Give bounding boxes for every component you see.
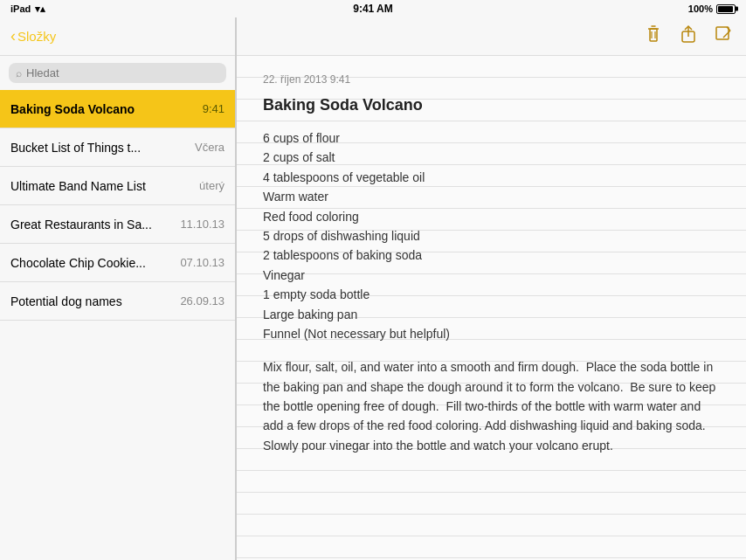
note-item-baking-soda-volcano[interactable]: Baking Soda Volcano 9:41: [0, 90, 235, 128]
detail-content: 22. říjen 2013 9:41 Baking Soda Volcano …: [237, 56, 746, 560]
note-item-bucket-list[interactable]: Bucket List of Things t... Včera: [0, 128, 235, 167]
note-title: Ultimate Band Name List: [10, 179, 192, 193]
note-instructions: Mix flour, salt, oil, and water into a s…: [263, 357, 720, 455]
back-label: Složky: [17, 29, 56, 44]
search-input-wrap[interactable]: ⌕: [9, 63, 226, 83]
status-bar: iPad ▾▴ 9:41 AM 100%: [0, 0, 746, 17]
status-time: 9:41 AM: [353, 3, 393, 15]
svg-line-9: [723, 31, 730, 38]
note-item-dog-names[interactable]: Potential dog names 26.09.13: [0, 282, 235, 321]
back-arrow-icon: ‹: [10, 27, 16, 45]
svg-rect-7: [716, 27, 729, 39]
battery-icon: [716, 4, 736, 14]
device-label: iPad: [10, 3, 31, 14]
note-title: Bucket List of Things t...: [10, 141, 188, 155]
note-date: Včera: [195, 141, 224, 154]
wifi-icon: ▾▴: [35, 3, 45, 15]
note-ingredients: 6 cups of flour 2 cups of salt 4 tablesp…: [263, 128, 720, 343]
status-left: iPad ▾▴: [10, 3, 45, 15]
note-date: 9:41: [203, 102, 224, 115]
note-title: Chocolate Chip Cookie...: [10, 256, 173, 270]
notes-list: Baking Soda Volcano 9:41 Bucket List of …: [0, 90, 235, 560]
note-title: Potential dog names: [10, 294, 173, 308]
note-title: Baking Soda Volcano: [10, 102, 196, 116]
detail-pane: 22. říjen 2013 9:41 Baking Soda Volcano …: [236, 17, 746, 560]
svg-rect-0: [650, 29, 657, 41]
note-date: 26.09.13: [180, 294, 224, 308]
battery-pct: 100%: [688, 3, 713, 14]
note-item-restaurants[interactable]: Great Restaurants in Sa... 11.10.13: [0, 205, 235, 244]
share-button[interactable]: [680, 24, 697, 48]
sidebar: ‹ Složky ⌕ Baking Soda Volcano 9:41 Buck…: [0, 17, 236, 560]
status-right: 100%: [688, 3, 736, 14]
detail-toolbar: [237, 17, 746, 56]
note-date: 07.10.13: [180, 256, 224, 269]
search-icon: ⌕: [16, 67, 22, 80]
delete-button[interactable]: [645, 24, 662, 48]
note-date: 11.10.13: [180, 218, 224, 231]
search-bar: ⌕: [0, 56, 235, 90]
note-title: Great Restaurants in Sa...: [10, 218, 173, 232]
search-input[interactable]: [26, 66, 219, 80]
note-datetime: 22. říjen 2013 9:41: [263, 73, 720, 86]
nav-bar: ‹ Složky: [0, 17, 235, 56]
note-heading: Baking Soda Volcano: [263, 96, 720, 114]
back-button[interactable]: ‹ Složky: [10, 27, 56, 45]
note-item-cookies[interactable]: Chocolate Chip Cookie... 07.10.13: [0, 244, 235, 282]
note-item-band-name[interactable]: Ultimate Band Name List úterý: [0, 167, 235, 205]
note-date: úterý: [199, 179, 224, 192]
compose-button[interactable]: [715, 25, 732, 47]
app-container: ‹ Složky ⌕ Baking Soda Volcano 9:41 Buck…: [0, 17, 746, 560]
